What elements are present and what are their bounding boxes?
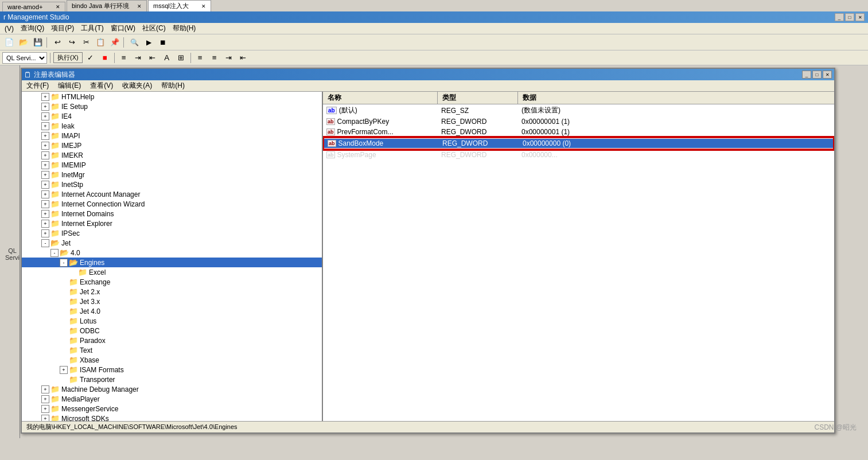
browser-tab-1[interactable]: ware-amod+ ✕ — [2, 2, 65, 11]
tree-item-engines[interactable]: - 📂 Engines — [22, 258, 322, 267]
menu-community[interactable]: 社区(C) — [139, 23, 169, 34]
reg-restore-btn[interactable]: □ — [812, 71, 822, 79]
reg-icon-ab: ab — [326, 107, 337, 114]
browser-tab-2[interactable]: bindo Java 单行环境 ✕ — [67, 0, 147, 11]
reg-close-btn[interactable]: ✕ — [823, 71, 832, 79]
execute-btn[interactable]: 执行(X) — [53, 52, 83, 63]
reg-menu-file[interactable]: 文件(F) — [22, 80, 53, 91]
tb-more2[interactable]: ⊞ — [175, 52, 188, 64]
reg-menu-help[interactable]: 帮助(H) — [157, 80, 189, 91]
tree-item-odbc[interactable]: 📁 ODBC — [22, 326, 322, 336]
tree-item-machine-debug[interactable]: + 📁 Machine Debug Manager — [22, 384, 322, 394]
tree-item-internet-domains[interactable]: + 📁 Internet Domains — [22, 209, 322, 219]
tree-item-paradox[interactable]: 📁 Paradox — [22, 336, 322, 345]
tree-item-inetmgr[interactable]: + 📁 InetMgr — [22, 170, 322, 180]
reg-menu-view[interactable]: 查看(V) — [85, 80, 118, 91]
reg-icon: 🗒 — [24, 71, 32, 79]
tb-stop2[interactable]: ■ — [99, 52, 111, 64]
tb-more1[interactable]: A — [161, 52, 173, 64]
tb-align2[interactable]: ≡ — [208, 52, 221, 64]
tree-item-isam[interactable]: + 📁 ISAM Formats — [22, 365, 322, 375]
tree-item-imejp[interactable]: + 📁 IMEJP — [22, 141, 322, 150]
close-btn[interactable]: ✕ — [855, 13, 865, 21]
tree-item-ms-sdks[interactable]: + 📁 Microsoft SDKs — [22, 414, 322, 421]
tb-debug[interactable]: ▶ — [142, 36, 155, 49]
tree-item-imekr[interactable]: + 📁 IMEKR — [22, 150, 322, 160]
tb-search[interactable]: 🔍 — [127, 36, 141, 49]
tree-item-internet-connection[interactable]: + 📁 Internet Connection Wizard — [22, 199, 322, 209]
menu-window[interactable]: 窗口(W) — [107, 23, 139, 34]
tree-item-text[interactable]: 📁 Text — [22, 345, 322, 355]
menu-project[interactable]: 项目(P) — [48, 23, 77, 34]
tree-item-transporter[interactable]: 📁 Transporter — [22, 375, 322, 384]
db-dropdown[interactable]: QL Servi... — [2, 52, 47, 64]
reg-icon-dw1: ab — [326, 118, 335, 125]
tree-item-htmlhelp[interactable]: + 📁 HTMLHelp — [22, 92, 322, 102]
tree-item-ie-setup[interactable]: + 📁 IE Setup — [22, 102, 322, 111]
menu-tools[interactable]: 工具(T) — [77, 23, 107, 34]
data-row-systempage[interactable]: ab SystemPage REG_DWORD 0x000000... — [323, 150, 834, 160]
maximize-btn[interactable]: □ — [845, 13, 854, 21]
data-pane: 名称 类型 数据 ab (默认) REG_SZ (数值未设置) — [323, 92, 834, 421]
reg-title: 注册表编辑器 — [34, 70, 75, 80]
menu-query[interactable]: 查询(Q) — [17, 23, 48, 34]
tree-item-imemip[interactable]: + 📁 IMEMIP — [22, 160, 322, 170]
tab-close-1[interactable]: ✕ — [56, 4, 60, 10]
tb-align[interactable]: ≡ — [194, 52, 207, 64]
tb-format[interactable]: ≡ — [118, 52, 130, 64]
tb-save[interactable]: 💾 — [31, 36, 45, 49]
tree-item-excel[interactable]: 📁 Excel — [22, 267, 322, 277]
tree-item-internet-account[interactable]: + 📁 Internet Account Manager — [22, 189, 322, 199]
tree-item-exchange[interactable]: 📁 Exchange — [22, 277, 322, 287]
data-row-prevformat[interactable]: ab PrevFormatCom... REG_DWORD 0x00000001… — [323, 127, 834, 137]
tree-item-internet-explorer[interactable]: + 📁 Internet Explorer — [22, 219, 322, 228]
reg-menu-favorites[interactable]: 收藏夹(A) — [118, 80, 157, 91]
tree-item-lotus[interactable]: 📁 Lotus — [22, 316, 322, 326]
tree-item-jet4[interactable]: 📁 Jet 4.0 — [22, 306, 322, 316]
menu-help[interactable]: 帮助(H) — [169, 23, 200, 34]
tree-item-ipsec[interactable]: + 📁 IPSec — [22, 228, 322, 238]
tab-close-3[interactable]: ✕ — [201, 3, 206, 9]
tb-outdent[interactable]: ⇤ — [146, 52, 159, 64]
col-header-name: 名称 — [323, 92, 438, 104]
tb-paste[interactable]: 📌 — [108, 36, 122, 49]
reg-content: + 📁 HTMLHelp + 📁 IE Setup + 📁 IE4 — [22, 92, 834, 421]
reg-menu-bar: 文件(F) 编辑(E) 查看(V) 收藏夹(A) 帮助(H) — [22, 80, 834, 92]
tree-item-jet[interactable]: - 📂 Jet — [22, 238, 322, 248]
outer-toolbar-1: 📄 📂 💾 ↩ ↪ ✂ 📋 📌 🔍 ▶ ⏹ — [0, 34, 868, 50]
tb-undo[interactable]: ↩ — [50, 36, 64, 49]
tb-open[interactable]: 📂 — [17, 36, 30, 49]
data-row-default[interactable]: ab (默认) REG_SZ (数值未设置) — [323, 104, 834, 116]
tree-item-inetstp[interactable]: + 📁 InetStp — [22, 180, 322, 189]
reg-icon-dw2: ab — [326, 128, 335, 135]
data-row-sandboxmode[interactable]: ab SandBoxMode REG_DWORD 0x00000000 (0) — [323, 137, 834, 150]
tree-item-jet3[interactable]: 📁 Jet 3.x — [22, 297, 322, 306]
tb-indent[interactable]: ⇥ — [132, 52, 145, 64]
tab-close-2[interactable]: ✕ — [137, 3, 142, 9]
tb-new[interactable]: 📄 — [2, 36, 16, 49]
tree-pane: + 📁 HTMLHelp + 📁 IE Setup + 📁 IE4 — [22, 92, 323, 421]
sql-toolbar: QL Servi... 执行(X) ✓ ■ ≡ ⇥ ⇤ A ⊞ ≡ ≡ ⇥ ⇤ — [0, 50, 868, 65]
menu-v[interactable]: (V) — [1, 24, 17, 33]
outer-menu-bar: (V) 查询(Q) 项目(P) 工具(T) 窗口(W) 社区(C) 帮助(H) — [0, 23, 868, 34]
tree-item-ie4[interactable]: + 📁 IE4 — [22, 111, 322, 121]
tb-align4[interactable]: ⇤ — [237, 52, 250, 64]
tb-check[interactable]: ✓ — [84, 52, 97, 64]
tree-item-ieak[interactable]: + 📁 Ieak — [22, 121, 322, 131]
tb-copy[interactable]: 📋 — [94, 36, 107, 49]
tb-align3[interactable]: ⇥ — [223, 52, 235, 64]
tree-item-40[interactable]: - 📂 4.0 — [22, 248, 322, 258]
tree-item-imapi[interactable]: + 📁 IMAPI — [22, 131, 322, 141]
browser-tab-3[interactable]: mssql注入大 ✕ — [148, 0, 211, 11]
tb-stop[interactable]: ⏹ — [156, 36, 170, 49]
tree-item-mediaplayer[interactable]: + 📁 MediaPlayer — [22, 394, 322, 404]
reg-minimize-btn[interactable]: _ — [802, 71, 811, 79]
tree-item-jet2[interactable]: 📁 Jet 2.x — [22, 287, 322, 297]
tree-item-xbase[interactable]: 📁 Xbase — [22, 355, 322, 365]
tree-item-messenger[interactable]: + 📁 MessengerService — [22, 404, 322, 414]
data-row-compactbypkey[interactable]: ab CompactByPKey REG_DWORD 0x00000001 (1… — [323, 116, 834, 127]
tb-redo[interactable]: ↪ — [65, 36, 79, 49]
minimize-btn[interactable]: _ — [835, 13, 844, 21]
tb-cut[interactable]: ✂ — [79, 36, 93, 49]
reg-menu-edit[interactable]: 编辑(E) — [53, 80, 85, 91]
